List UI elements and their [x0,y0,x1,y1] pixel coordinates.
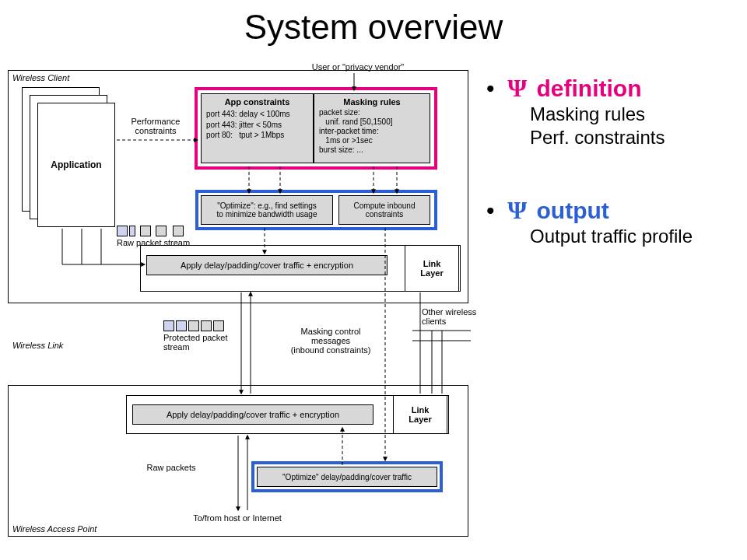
label-user-vendor: User or "privacy vendor" [296,62,420,72]
bullet-output-sub1: Output traffic profile [530,225,735,248]
bullet-definition-head: definition [536,75,641,101]
box-optimize-min: "Optimize": e.g., find settings to minim… [201,195,333,225]
bullet-definition: • Ψ definition Masking rules Perf. const… [486,74,735,149]
label-app-constraints-body: port 443: delay < 100ms port 443: jitter… [206,109,308,141]
box-apply-linklayer-top [140,245,461,292]
bullet-output: • Ψ output Output traffic profile [486,196,735,248]
box-app-constraints: App constraints port 443: delay < 100ms … [201,93,314,163]
box-masking-rules: Masking rules packet size: unif. rand [5… [314,93,430,163]
label-masking-ctrl: Masking control messages (inbound constr… [280,327,381,355]
label-app-constraints-title: App constraints [206,97,308,107]
bullet-dot-icon: • [486,198,501,223]
system-diagram: Wireless Client User or "privacy vendor"… [8,62,475,544]
label-protected-stream: Protected packet stream [163,333,249,352]
box-application: Application [37,103,115,227]
psi-icon: Ψ [507,74,527,102]
box-optimize-bottom: "Optimize" delay/padding/cover traffic [257,467,437,487]
label-wireless-client: Wireless Client [12,73,69,82]
label-raw-packets: Raw packets [136,463,206,472]
bullet-definition-sub2: Perf. constraints [530,126,735,149]
slide-title: System overview [0,8,747,47]
label-masking-title: Masking rules [319,97,425,107]
label-wireless-link: Wireless Link [12,341,63,350]
bullet-dot-icon: • [486,75,501,101]
bullet-definition-sub1: Masking rules [530,103,735,126]
bullet-list: • Ψ definition Masking rules Perf. const… [486,74,735,295]
label-other-clients: Other wireless clients [422,307,484,326]
label-tofrom: To/from host or Internet [171,513,303,523]
box-apply-linklayer-bottom [126,395,449,434]
slide: System overview Wireless Client User or … [0,0,747,560]
label-perf-constraints: Performance constraints [124,117,187,135]
bullet-output-head: output [536,198,608,223]
psi-icon: Ψ [507,196,527,224]
label-access-point: Wireless Access Point [12,524,96,534]
label-masking-body: packet size: unif. rand [50,1500] inter-… [319,108,425,155]
box-compute-inbound: Compute inbound constraints [338,195,430,225]
